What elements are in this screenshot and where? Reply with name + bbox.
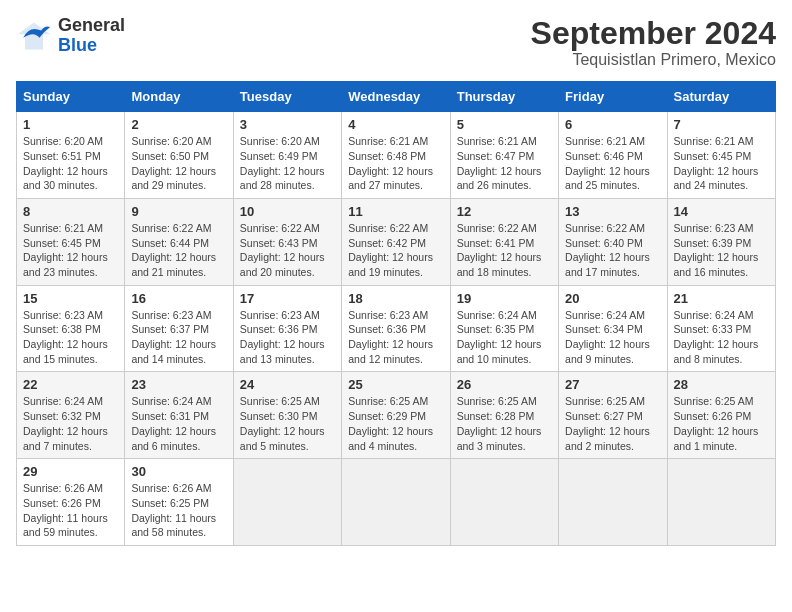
table-row: 5Sunrise: 6:21 AM Sunset: 6:47 PM Daylig… [450, 112, 558, 199]
calendar-week-row: 1Sunrise: 6:20 AM Sunset: 6:51 PM Daylig… [17, 112, 776, 199]
day-info: Sunrise: 6:20 AM Sunset: 6:51 PM Dayligh… [23, 134, 118, 193]
day-number: 16 [131, 291, 226, 306]
day-info: Sunrise: 6:26 AM Sunset: 6:26 PM Dayligh… [23, 481, 118, 540]
logo-text: General Blue [58, 16, 125, 56]
day-number: 29 [23, 464, 118, 479]
table-row [559, 459, 667, 546]
table-row: 16Sunrise: 6:23 AM Sunset: 6:37 PM Dayli… [125, 285, 233, 372]
day-info: Sunrise: 6:25 AM Sunset: 6:30 PM Dayligh… [240, 394, 335, 453]
table-row: 8Sunrise: 6:21 AM Sunset: 6:45 PM Daylig… [17, 198, 125, 285]
day-number: 8 [23, 204, 118, 219]
day-info: Sunrise: 6:21 AM Sunset: 6:48 PM Dayligh… [348, 134, 443, 193]
header-sunday: Sunday [17, 82, 125, 112]
table-row [450, 459, 558, 546]
table-row: 30Sunrise: 6:26 AM Sunset: 6:25 PM Dayli… [125, 459, 233, 546]
day-number: 9 [131, 204, 226, 219]
calendar-week-row: 29Sunrise: 6:26 AM Sunset: 6:26 PM Dayli… [17, 459, 776, 546]
calendar-week-row: 8Sunrise: 6:21 AM Sunset: 6:45 PM Daylig… [17, 198, 776, 285]
svg-marker-0 [18, 22, 50, 49]
header-tuesday: Tuesday [233, 82, 341, 112]
day-number: 26 [457, 377, 552, 392]
table-row: 27Sunrise: 6:25 AM Sunset: 6:27 PM Dayli… [559, 372, 667, 459]
day-number: 23 [131, 377, 226, 392]
day-number: 14 [674, 204, 769, 219]
header-monday: Monday [125, 82, 233, 112]
day-info: Sunrise: 6:23 AM Sunset: 6:36 PM Dayligh… [348, 308, 443, 367]
day-number: 24 [240, 377, 335, 392]
calendar-table: Sunday Monday Tuesday Wednesday Thursday… [16, 81, 776, 546]
day-number: 4 [348, 117, 443, 132]
day-number: 15 [23, 291, 118, 306]
header-saturday: Saturday [667, 82, 775, 112]
day-number: 2 [131, 117, 226, 132]
table-row [667, 459, 775, 546]
day-number: 21 [674, 291, 769, 306]
table-row: 9Sunrise: 6:22 AM Sunset: 6:44 PM Daylig… [125, 198, 233, 285]
table-row: 23Sunrise: 6:24 AM Sunset: 6:31 PM Dayli… [125, 372, 233, 459]
day-number: 20 [565, 291, 660, 306]
table-row: 17Sunrise: 6:23 AM Sunset: 6:36 PM Dayli… [233, 285, 341, 372]
day-info: Sunrise: 6:24 AM Sunset: 6:35 PM Dayligh… [457, 308, 552, 367]
table-row: 24Sunrise: 6:25 AM Sunset: 6:30 PM Dayli… [233, 372, 341, 459]
day-info: Sunrise: 6:20 AM Sunset: 6:50 PM Dayligh… [131, 134, 226, 193]
table-row: 2Sunrise: 6:20 AM Sunset: 6:50 PM Daylig… [125, 112, 233, 199]
table-row: 18Sunrise: 6:23 AM Sunset: 6:36 PM Dayli… [342, 285, 450, 372]
day-number: 13 [565, 204, 660, 219]
day-number: 7 [674, 117, 769, 132]
table-row: 28Sunrise: 6:25 AM Sunset: 6:26 PM Dayli… [667, 372, 775, 459]
day-number: 30 [131, 464, 226, 479]
page-header: General Blue September 2024 Tequisistlan… [16, 16, 776, 69]
table-row: 20Sunrise: 6:24 AM Sunset: 6:34 PM Dayli… [559, 285, 667, 372]
day-number: 17 [240, 291, 335, 306]
table-row: 19Sunrise: 6:24 AM Sunset: 6:35 PM Dayli… [450, 285, 558, 372]
table-row: 6Sunrise: 6:21 AM Sunset: 6:46 PM Daylig… [559, 112, 667, 199]
header-friday: Friday [559, 82, 667, 112]
day-info: Sunrise: 6:23 AM Sunset: 6:38 PM Dayligh… [23, 308, 118, 367]
day-info: Sunrise: 6:25 AM Sunset: 6:26 PM Dayligh… [674, 394, 769, 453]
day-number: 19 [457, 291, 552, 306]
day-info: Sunrise: 6:22 AM Sunset: 6:40 PM Dayligh… [565, 221, 660, 280]
day-info: Sunrise: 6:24 AM Sunset: 6:33 PM Dayligh… [674, 308, 769, 367]
table-row: 13Sunrise: 6:22 AM Sunset: 6:40 PM Dayli… [559, 198, 667, 285]
day-info: Sunrise: 6:21 AM Sunset: 6:47 PM Dayligh… [457, 134, 552, 193]
day-number: 11 [348, 204, 443, 219]
table-row: 10Sunrise: 6:22 AM Sunset: 6:43 PM Dayli… [233, 198, 341, 285]
day-info: Sunrise: 6:21 AM Sunset: 6:46 PM Dayligh… [565, 134, 660, 193]
day-number: 6 [565, 117, 660, 132]
table-row: 12Sunrise: 6:22 AM Sunset: 6:41 PM Dayli… [450, 198, 558, 285]
table-row: 21Sunrise: 6:24 AM Sunset: 6:33 PM Dayli… [667, 285, 775, 372]
day-number: 27 [565, 377, 660, 392]
day-number: 25 [348, 377, 443, 392]
day-info: Sunrise: 6:24 AM Sunset: 6:32 PM Dayligh… [23, 394, 118, 453]
day-number: 1 [23, 117, 118, 132]
table-row: 14Sunrise: 6:23 AM Sunset: 6:39 PM Dayli… [667, 198, 775, 285]
day-number: 28 [674, 377, 769, 392]
calendar-body: 1Sunrise: 6:20 AM Sunset: 6:51 PM Daylig… [17, 112, 776, 546]
day-number: 5 [457, 117, 552, 132]
day-info: Sunrise: 6:26 AM Sunset: 6:25 PM Dayligh… [131, 481, 226, 540]
day-number: 18 [348, 291, 443, 306]
table-row: 3Sunrise: 6:20 AM Sunset: 6:49 PM Daylig… [233, 112, 341, 199]
day-info: Sunrise: 6:24 AM Sunset: 6:34 PM Dayligh… [565, 308, 660, 367]
table-row: 7Sunrise: 6:21 AM Sunset: 6:45 PM Daylig… [667, 112, 775, 199]
table-row: 15Sunrise: 6:23 AM Sunset: 6:38 PM Dayli… [17, 285, 125, 372]
table-row: 25Sunrise: 6:25 AM Sunset: 6:29 PM Dayli… [342, 372, 450, 459]
day-info: Sunrise: 6:22 AM Sunset: 6:43 PM Dayligh… [240, 221, 335, 280]
day-info: Sunrise: 6:23 AM Sunset: 6:36 PM Dayligh… [240, 308, 335, 367]
day-info: Sunrise: 6:22 AM Sunset: 6:42 PM Dayligh… [348, 221, 443, 280]
title-area: September 2024 Tequisistlan Primero, Mex… [531, 16, 776, 69]
day-number: 22 [23, 377, 118, 392]
table-row: 26Sunrise: 6:25 AM Sunset: 6:28 PM Dayli… [450, 372, 558, 459]
table-row: 1Sunrise: 6:20 AM Sunset: 6:51 PM Daylig… [17, 112, 125, 199]
logo-bird-icon [16, 18, 52, 54]
logo: General Blue [16, 16, 125, 56]
day-info: Sunrise: 6:21 AM Sunset: 6:45 PM Dayligh… [674, 134, 769, 193]
table-row [233, 459, 341, 546]
calendar-week-row: 15Sunrise: 6:23 AM Sunset: 6:38 PM Dayli… [17, 285, 776, 372]
table-row: 22Sunrise: 6:24 AM Sunset: 6:32 PM Dayli… [17, 372, 125, 459]
table-row [342, 459, 450, 546]
table-row: 29Sunrise: 6:26 AM Sunset: 6:26 PM Dayli… [17, 459, 125, 546]
weekday-header-row: Sunday Monday Tuesday Wednesday Thursday… [17, 82, 776, 112]
day-info: Sunrise: 6:21 AM Sunset: 6:45 PM Dayligh… [23, 221, 118, 280]
day-info: Sunrise: 6:25 AM Sunset: 6:29 PM Dayligh… [348, 394, 443, 453]
